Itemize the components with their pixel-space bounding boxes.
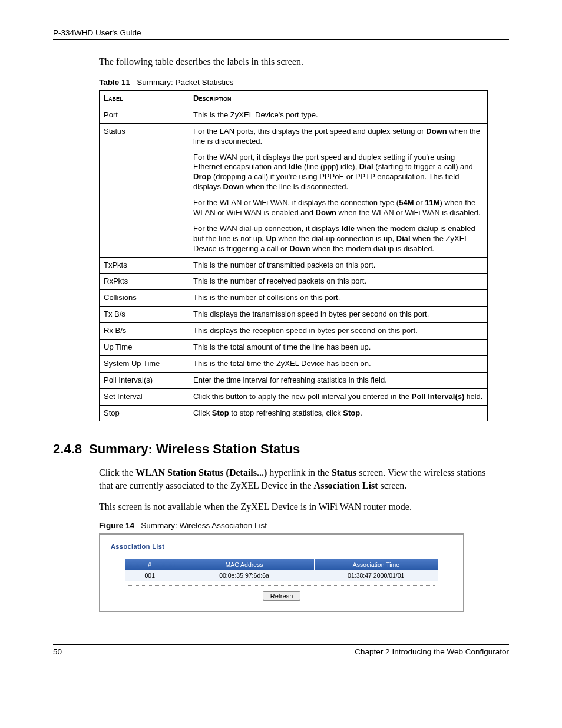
col-description-header: Description (189, 91, 488, 107)
col-time-header: Association Time (315, 559, 438, 570)
table-row: Status For the LAN ports, this displays … (100, 123, 488, 149)
table-11-caption: Table 11 Summary: Packet Statistics (99, 78, 509, 87)
col-label-header: Label (100, 91, 189, 107)
row-label: Up Time (100, 340, 189, 356)
col-mac-header: MAC Address (174, 559, 315, 570)
row-desc: For the WAN dial-up connection, it displ… (189, 221, 488, 257)
chapter-label: Chapter 2 Introducing the Web Configurat… (355, 647, 509, 656)
cell-number: 001 (125, 570, 174, 581)
refresh-button[interactable]: Refresh (263, 591, 301, 601)
row-label: Status (100, 123, 189, 149)
row-label: TxPkts (100, 257, 189, 274)
figure-14-caption: Figure 14 Summary: Wireless Association … (99, 521, 509, 530)
row-label: RxPkts (100, 274, 189, 290)
figure-14-label: Figure 14 (99, 521, 134, 530)
row-desc: This displays the reception speed in byt… (189, 323, 488, 340)
col-number-header: # (125, 559, 174, 570)
row-label-blank (100, 150, 189, 196)
row-desc: This is the total amount of time the lin… (189, 340, 488, 356)
row-label: Rx B/s (100, 323, 189, 340)
section-para-1: Click the WLAN Station Status (Details..… (99, 466, 488, 492)
table-row: For the WLAN or WiFi WAN, it displays th… (100, 195, 488, 221)
row-desc: This is the number of collisions on this… (189, 290, 488, 307)
association-list-table: # MAC Address Association Time 001 00:0e… (125, 559, 438, 581)
table-row: Stop Click Stop to stop refreshing stati… (100, 405, 488, 421)
row-desc: Click this button to apply the new poll … (189, 388, 488, 405)
table-row: System Up Time This is the total time th… (100, 355, 488, 372)
table-header-row: # MAC Address Association Time (125, 559, 438, 570)
row-desc: This is the ZyXEL Device's port type. (189, 107, 488, 123)
row-label: Port (100, 107, 189, 123)
table-row: For the WAN port, it displays the port s… (100, 150, 488, 196)
cell-mac: 00:0e:35:97:6d:6a (174, 570, 315, 581)
association-list-title: Association List (111, 543, 452, 550)
table-11-title: Summary: Packet Statistics (137, 78, 233, 87)
row-label: Stop (100, 405, 189, 421)
table-row: Collisions This is the number of collisi… (100, 290, 488, 307)
table-row: TxPkts This is the number of transmitted… (100, 257, 488, 274)
packet-statistics-table: Label Description Port This is the ZyXEL… (99, 90, 488, 421)
table-row: Rx B/s This displays the reception speed… (100, 323, 488, 340)
row-desc: Enter the time interval for refreshing s… (189, 372, 488, 388)
section-heading: 2.4.8 Summary: Wireless Station Status (53, 442, 509, 457)
page-number: 50 (53, 647, 62, 656)
row-label-blank (100, 195, 189, 221)
figure-14-title: Summary: Wireless Association List (141, 521, 267, 530)
page-footer: 50 Chapter 2 Introducing the Web Configu… (53, 644, 509, 656)
table-header-row: Label Description (100, 91, 488, 107)
divider (128, 585, 435, 586)
row-desc: Click Stop to stop refreshing statistics… (189, 405, 488, 421)
row-label-blank (100, 221, 189, 257)
row-label: Collisions (100, 290, 189, 307)
row-desc: This is the number of received packets o… (189, 274, 488, 290)
section-number: 2.4.8 (53, 442, 82, 456)
guide-title: P-334WHD User's Guide (53, 28, 141, 37)
intro-text: The following table describes the labels… (99, 57, 509, 67)
row-desc: For the LAN ports, this displays the por… (189, 123, 488, 149)
association-list-panel: Association List # MAC Address Associati… (99, 533, 464, 612)
section-title: Summary: Wireless Station Status (89, 442, 300, 456)
row-desc: For the WLAN or WiFi WAN, it displays th… (189, 195, 488, 221)
table-row: Tx B/s This displays the transmission sp… (100, 307, 488, 323)
cell-time: 01:38:47 2000/01/01 (315, 570, 438, 581)
table-row: Set Interval Click this button to apply … (100, 388, 488, 405)
row-desc: For the WAN port, it displays the port s… (189, 150, 488, 196)
refresh-button-wrap: Refresh (111, 591, 452, 601)
row-label: Poll Interval(s) (100, 372, 189, 388)
row-desc: This is the number of transmitted packet… (189, 257, 488, 274)
table-row: Port This is the ZyXEL Device's port typ… (100, 107, 488, 123)
table-row: Up Time This is the total amount of time… (100, 340, 488, 356)
table-row: For the WAN dial-up connection, it displ… (100, 221, 488, 257)
row-label: System Up Time (100, 355, 189, 372)
table-row: 001 00:0e:35:97:6d:6a 01:38:47 2000/01/0… (125, 570, 438, 581)
row-desc: This is the total time the ZyXEL Device … (189, 355, 488, 372)
section-para-2: This screen is not available when the Zy… (99, 500, 488, 513)
row-desc: This displays the transmission speed in … (189, 307, 488, 323)
page-header: P-334WHD User's Guide (53, 28, 509, 40)
table-row: Poll Interval(s) Enter the time interval… (100, 372, 488, 388)
row-label: Set Interval (100, 388, 189, 405)
table-row: RxPkts This is the number of received pa… (100, 274, 488, 290)
table-11-label: Table 11 (99, 78, 130, 87)
row-label: Tx B/s (100, 307, 189, 323)
